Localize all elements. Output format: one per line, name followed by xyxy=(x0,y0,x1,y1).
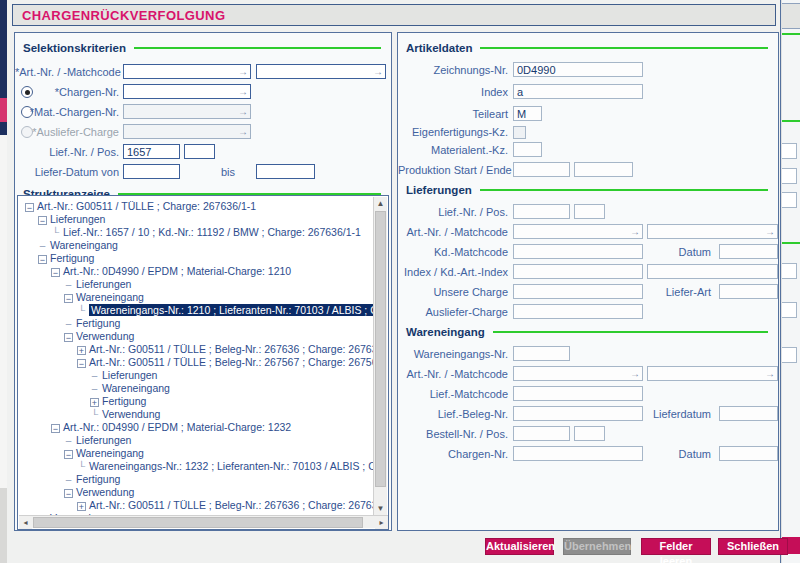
tree-item[interactable]: −Verwendung xyxy=(19,330,375,343)
collapse-icon[interactable]: − xyxy=(77,359,86,368)
produktion-start-field[interactable] xyxy=(513,162,570,177)
lief-pos-field[interactable] xyxy=(574,204,605,219)
lookup-arrow-icon[interactable]: → xyxy=(373,66,383,77)
collapse-icon[interactable]: − xyxy=(51,268,60,277)
datum-field[interactable] xyxy=(719,244,778,259)
produktion-ende-field[interactable] xyxy=(574,162,633,177)
tree-item[interactable]: −Wareneingang xyxy=(19,447,375,460)
tree-item[interactable]: −Art.-Nr.: G00511 / TÜLLE ; Beleg-Nr.: 2… xyxy=(19,356,375,369)
lief-pos-input[interactable] xyxy=(184,144,215,159)
lieferdatum-field[interactable] xyxy=(719,406,778,421)
tree-item[interactable]: −Verwendung xyxy=(19,486,375,499)
collapse-icon[interactable]: − xyxy=(64,333,73,342)
tree-item[interactable]: −Art.-Nr.: 0D4990 / EPDM ; Material-Char… xyxy=(19,265,375,278)
tree-item-label[interactable]: Lieferungen xyxy=(50,213,105,225)
tree-item-label[interactable]: Art.-Nr.: 0D4990 / EPDM ; Material-Charg… xyxy=(63,265,291,277)
tree-item[interactable]: −Art.-Nr.: G00511 / TÜLLE ; Charge: 2676… xyxy=(19,200,375,213)
teileart-field[interactable]: M xyxy=(513,106,542,121)
tree-item-label[interactable]: Lieferungen xyxy=(102,369,157,381)
tree-item[interactable]: −Art.-Nr.: 0D4990 / EPDM ; Material-Char… xyxy=(19,421,375,434)
tree-item[interactable]: −Fertigung xyxy=(19,252,375,265)
tree-item[interactable]: –Lieferungen xyxy=(19,278,375,291)
tree-item[interactable]: └Wareneingangs-Nr.: 1232 ; Lieferanten-N… xyxy=(19,460,375,473)
liefer-datum-bis-input[interactable] xyxy=(256,164,315,179)
chargen-nr-input[interactable]: → xyxy=(123,84,251,99)
wareneingangs-nr-field[interactable] xyxy=(513,346,570,361)
index-field[interactable] xyxy=(513,264,643,279)
tree-item-label[interactable]: Art.-Nr.: G00511 / TÜLLE ; Charge: 26763… xyxy=(37,200,256,212)
eigenfertigungs-kz-checkbox[interactable] xyxy=(513,126,526,139)
scroll-up-icon[interactable]: ▲ xyxy=(374,197,387,210)
horizontal-scroll-thumb[interactable] xyxy=(33,517,363,528)
tree-item[interactable]: └Lief.-Nr.: 1657 / 10 ; Kd.-Nr.: 11192 /… xyxy=(19,226,375,239)
aktualisieren-button[interactable]: Aktualisieren xyxy=(485,538,554,555)
lookup-arrow-icon[interactable]: → xyxy=(238,86,248,97)
tree-item[interactable]: –Wareneingang xyxy=(19,382,375,395)
schliessen-button[interactable]: Schließen xyxy=(718,538,788,555)
tree-item-label[interactable]: Fertigung xyxy=(50,252,94,264)
ausliefer-charge-field[interactable] xyxy=(513,304,643,319)
art-nr-input[interactable]: → xyxy=(123,64,251,79)
expand-icon[interactable]: + xyxy=(77,346,86,355)
scroll-left-icon[interactable]: ◂ xyxy=(19,516,32,529)
collapse-icon[interactable]: − xyxy=(38,216,47,225)
bestell-pos-field[interactable] xyxy=(574,426,605,441)
lief-matchcode-field[interactable] xyxy=(513,386,643,401)
tree-item-label[interactable]: Wareneingang xyxy=(102,382,170,394)
tree-item-label[interactable]: Wareneingang xyxy=(50,239,118,251)
tree-item[interactable]: └Wareneingangs-Nr.: 1210 ; Lieferanten-N… xyxy=(19,304,375,317)
tree-item-label[interactable]: Lieferungen xyxy=(76,278,131,290)
tree-item[interactable]: –Wareneingang xyxy=(19,239,375,252)
expand-icon[interactable]: + xyxy=(77,502,86,511)
matchcode-input[interactable]: → xyxy=(256,64,386,79)
tree-item-label[interactable]: Fertigung xyxy=(102,395,146,407)
liefer-art-field[interactable] xyxy=(719,284,778,299)
zeichnungs-nr-field[interactable]: 0D4990 xyxy=(513,62,643,77)
tree-item[interactable]: –Lieferungen xyxy=(19,369,375,382)
tree-item-label[interactable]: Art.-Nr.: G00511 / TÜLLE ; Beleg-Nr.: 26… xyxy=(89,343,375,355)
collapse-icon[interactable]: − xyxy=(38,255,47,264)
tree-item[interactable]: –Fertigung xyxy=(19,317,375,330)
scroll-down-icon[interactable]: ▼ xyxy=(374,502,387,515)
expand-icon[interactable]: + xyxy=(90,398,99,407)
scroll-right-icon[interactable]: ▸ xyxy=(375,516,388,529)
tree-item-label[interactable]: Art.-Nr.: G00511 / TÜLLE ; Beleg-Nr.: 26… xyxy=(89,499,375,511)
tree-item[interactable]: –Fertigung xyxy=(19,473,375,486)
lookup-arrow-icon[interactable]: → xyxy=(238,66,248,77)
tree-item[interactable]: −Wareneingang xyxy=(19,291,375,304)
tree-item-label[interactable]: Verwendung xyxy=(102,408,160,420)
collapse-icon[interactable]: − xyxy=(64,489,73,498)
tree-item-label[interactable]: Fertigung xyxy=(76,473,120,485)
structure-tree[interactable]: −Art.-Nr.: G00511 / TÜLLE ; Charge: 2676… xyxy=(19,197,375,518)
tree-item-label[interactable]: Wareneingangs-Nr.: 1232 ; Lieferanten-Nr… xyxy=(89,460,375,472)
tree-item[interactable]: └Verwendung xyxy=(19,408,375,421)
art-nr-field[interactable]: → xyxy=(513,224,643,239)
vertical-scroll-thumb[interactable] xyxy=(375,211,386,487)
collapse-icon[interactable]: − xyxy=(64,294,73,303)
matchcode-field[interactable]: → xyxy=(647,366,778,381)
lief-nr-input[interactable]: 1657 xyxy=(123,144,180,159)
tree-item-label[interactable]: Lief.-Nr.: 1657 / 10 ; Kd.-Nr.: 11192 / … xyxy=(63,226,361,238)
kd-art-index-field[interactable] xyxy=(647,264,778,279)
tree-vertical-scrollbar[interactable]: ▲ ▼ xyxy=(373,197,387,515)
materialent-kz-field[interactable] xyxy=(513,142,542,157)
tree-item-label[interactable]: Fertigung xyxy=(76,317,120,329)
datum-field[interactable] xyxy=(719,446,778,461)
felder-leeren-button[interactable]: Felder leeren xyxy=(641,538,711,555)
tree-item[interactable]: +Fertigung xyxy=(19,395,375,408)
bestell-nr-field[interactable] xyxy=(513,426,570,441)
tree-item-label[interactable]: Art.-Nr.: G00511 / TÜLLE ; Beleg-Nr.: 26… xyxy=(89,356,375,368)
tree-item-label[interactable]: Art.-Nr.: 0D4990 / EPDM ; Material-Charg… xyxy=(63,421,291,433)
tree-item[interactable]: −Lieferungen xyxy=(19,213,375,226)
collapse-icon[interactable]: − xyxy=(51,424,60,433)
uebernehmen-button[interactable]: Übernehmen xyxy=(563,538,631,555)
tree-item-label[interactable]: Verwendung xyxy=(76,486,134,498)
tree-item-label[interactable]: Wareneingangs-Nr.: 1210 ; Lieferanten-Nr… xyxy=(89,304,375,316)
matchcode-field[interactable]: → xyxy=(647,224,778,239)
tree-item-label[interactable]: Wareneingang xyxy=(76,291,144,303)
tree-item[interactable]: –Lieferungen xyxy=(19,434,375,447)
collapse-icon[interactable]: − xyxy=(25,203,34,212)
tree-horizontal-scrollbar[interactable]: ◂ ▸ xyxy=(19,515,388,528)
tree-item[interactable]: +Art.-Nr.: G00511 / TÜLLE ; Beleg-Nr.: 2… xyxy=(19,343,375,356)
tree-item[interactable]: +Art.-Nr.: G00511 / TÜLLE ; Beleg-Nr.: 2… xyxy=(19,499,375,512)
